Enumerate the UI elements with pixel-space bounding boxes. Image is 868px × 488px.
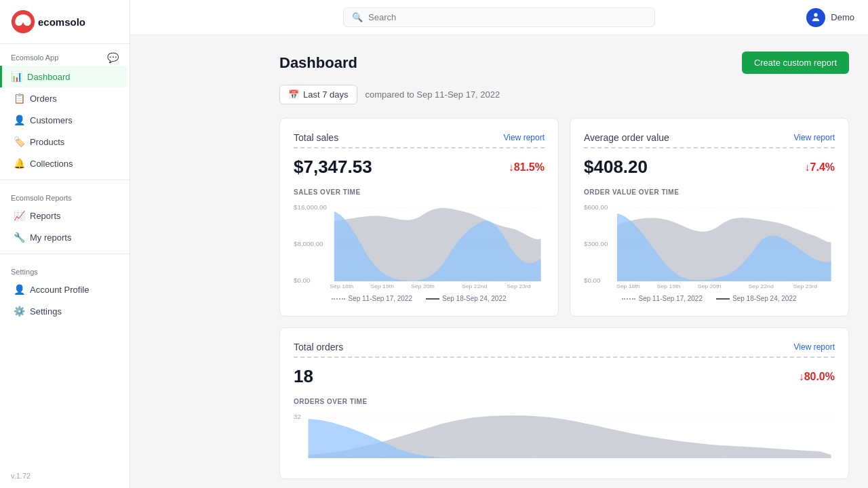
- collections-icon: 🔔: [14, 158, 24, 169]
- settings-icon: ⚙️: [14, 306, 24, 317]
- svg-text:Sep 23rd: Sep 23rd: [507, 283, 531, 289]
- user-name: Demo: [831, 12, 854, 22]
- avg-order-view-report-link[interactable]: View report: [794, 133, 835, 142]
- logo-text: ecomsolo: [38, 16, 85, 28]
- avg-order-value: $408.20: [584, 157, 648, 178]
- customers-icon: 👤: [14, 115, 24, 125]
- sidebar-item-orders[interactable]: 📋 Orders: [3, 87, 127, 109]
- svg-text:Sep 22nd: Sep 22nd: [749, 283, 774, 289]
- avg-legend-dashed-line: [622, 298, 635, 300]
- top-bar: 🔍 Demo: [130, 0, 868, 35]
- sidebar-item-reports[interactable]: 📈 Reports: [3, 205, 127, 226]
- svg-text:Sep 23rd: Sep 23rd: [793, 283, 818, 289]
- svg-text:Sep 22nd: Sep 22nd: [462, 283, 488, 289]
- account-icon: 👤: [14, 284, 24, 295]
- page-title: Dashboard: [279, 54, 357, 72]
- legend-dashed-line: [332, 298, 345, 300]
- sales-chart-title: SALES OVER TIME: [294, 188, 545, 196]
- avg-order-value-row: $408.20 ↓7.4%: [584, 157, 835, 178]
- date-compare-text: compared to Sep 11-Sep 17, 2022: [366, 89, 500, 100]
- sidebar-item-customers[interactable]: 👤 Customers: [3, 109, 127, 131]
- svg-text:$300.00: $300.00: [584, 240, 608, 247]
- total-orders-change: ↓80.0%: [799, 371, 835, 383]
- sidebar-item-products[interactable]: 🏷️ Products: [3, 131, 127, 152]
- svg-text:32: 32: [294, 413, 301, 420]
- sidebar-section-reports: Ecomsolo Reports 📈 Reports 🔧 My reports: [0, 186, 130, 248]
- sidebar-item-collections[interactable]: 🔔 Collections: [3, 152, 127, 174]
- total-sales-header: Total sales View report: [294, 132, 545, 143]
- logo-icon: [11, 9, 35, 34]
- sales-chart: $16,000.00 $8,000.00 $0.00 Sep 18th Sep …: [294, 201, 545, 289]
- version-label: v.1.72: [0, 464, 130, 488]
- total-sales-title: Total sales: [294, 132, 338, 143]
- sidebar-item-account-profile[interactable]: 👤 Account Profile: [3, 279, 127, 300]
- sidebar-section-settings: Settings 👤 Account Profile ⚙️ Settings: [0, 260, 130, 322]
- sidebar-item-settings[interactable]: ⚙️ Settings: [3, 300, 127, 322]
- total-sales-change: ↓81.5%: [509, 161, 545, 174]
- sidebar-divider: [0, 180, 130, 180]
- total-sales-divider: [294, 147, 545, 148]
- avg-legend-period1: Sep 11-Sep 17, 2022: [622, 295, 703, 302]
- search-input[interactable]: [368, 12, 646, 22]
- orders-icon: 📋: [14, 93, 24, 104]
- total-orders-value-row: 18 ↓80.0%: [294, 366, 835, 387]
- orders-chart-title: ORDERS OVER TIME: [294, 398, 835, 405]
- total-orders-divider: [294, 357, 835, 358]
- svg-text:Sep 20th: Sep 20th: [698, 283, 722, 289]
- calendar-icon: 📅: [288, 89, 299, 100]
- date-filter-button[interactable]: 📅 Last 7 days: [279, 85, 357, 104]
- total-orders-title: Total orders: [294, 342, 343, 352]
- total-orders-value: 18: [294, 366, 313, 387]
- svg-text:Sep 20th: Sep 20th: [411, 283, 435, 289]
- search-icon: 🔍: [352, 12, 363, 22]
- user-area: Demo: [806, 8, 854, 27]
- svg-text:$0.00: $0.00: [294, 277, 310, 284]
- svg-text:$600.00: $600.00: [584, 203, 608, 211]
- total-sales-value-row: $7,347.53 ↓81.5%: [294, 157, 545, 178]
- avg-order-chart-title: ORDER VALUE OVER TIME: [584, 188, 835, 196]
- svg-text:$0.00: $0.00: [584, 277, 600, 284]
- sidebar: ecomsolo Ecomsolo App 💬 📊 Dashboard 📋 Or…: [0, 0, 130, 488]
- sidebar-item-my-reports[interactable]: 🔧 My reports: [3, 226, 127, 248]
- avg-order-chart-legend: Sep 11-Sep 17, 2022 Sep 18-Sep 24, 2022: [584, 295, 835, 302]
- sidebar-section-ecomsolo-app: Ecomsolo App 💬 📊 Dashboard 📋 Orders 👤 Cu…: [0, 44, 130, 174]
- avg-order-divider: [584, 147, 835, 148]
- legend-period1: Sep 11-Sep 17, 2022: [332, 295, 412, 302]
- main-content: Dashboard Create custom report 📅 Last 7 …: [260, 35, 868, 488]
- avg-order-header: Average order value View report: [584, 132, 835, 143]
- legend-period2: Sep 18-Sep 24, 2022: [426, 295, 507, 302]
- page-header: Dashboard Create custom report: [279, 52, 849, 74]
- avg-order-chart: $600.00 $300.00 $0.00 Sep 18th Sep 19th …: [584, 201, 835, 289]
- avg-order-title: Average order value: [584, 132, 669, 143]
- section-title-reports: Ecomsolo Reports: [0, 186, 130, 205]
- total-sales-view-report-link[interactable]: View report: [504, 133, 545, 142]
- total-orders-header: Total orders View report: [294, 342, 835, 352]
- cards-row-top: Total sales View report $7,347.53 ↓81.5%…: [279, 118, 849, 317]
- user-avatar: [806, 8, 825, 27]
- sales-chart-legend: Sep 11-Sep 17, 2022 Sep 18-Sep 24, 2022: [294, 295, 545, 302]
- total-sales-value: $7,347.53: [294, 157, 372, 178]
- avg-legend-period2: Sep 18-Sep 24, 2022: [716, 295, 797, 302]
- legend-solid-line: [426, 298, 439, 300]
- total-orders-view-report-link[interactable]: View report: [794, 342, 835, 352]
- search-box[interactable]: 🔍: [343, 7, 655, 27]
- section-title-app: Ecomsolo App 💬: [0, 44, 130, 66]
- dashboard-icon: 📊: [11, 71, 22, 82]
- sidebar-item-dashboard[interactable]: 📊 Dashboard: [0, 66, 127, 87]
- date-filter: 📅 Last 7 days compared to Sep 11-Sep 17,…: [279, 85, 849, 104]
- logo-area: ecomsolo: [0, 0, 130, 44]
- svg-text:$8,000.00: $8,000.00: [294, 240, 323, 247]
- avg-order-change: ↓7.4%: [805, 161, 835, 174]
- svg-text:Sep 18th: Sep 18th: [616, 283, 640, 289]
- avg-legend-solid-line: [716, 298, 730, 300]
- total-sales-card: Total sales View report $7,347.53 ↓81.5%…: [279, 118, 559, 317]
- create-custom-report-button[interactable]: Create custom report: [742, 52, 849, 74]
- chat-icon[interactable]: 💬: [107, 52, 119, 63]
- svg-text:Sep 19th: Sep 19th: [657, 283, 681, 289]
- orders-chart: 32: [294, 411, 835, 465]
- avg-order-value-card: Average order value View report $408.20 …: [570, 118, 849, 317]
- sidebar-divider-2: [0, 253, 130, 254]
- svg-text:Sep 19th: Sep 19th: [370, 283, 394, 289]
- my-reports-icon: 🔧: [14, 232, 24, 243]
- products-icon: 🏷️: [14, 136, 24, 147]
